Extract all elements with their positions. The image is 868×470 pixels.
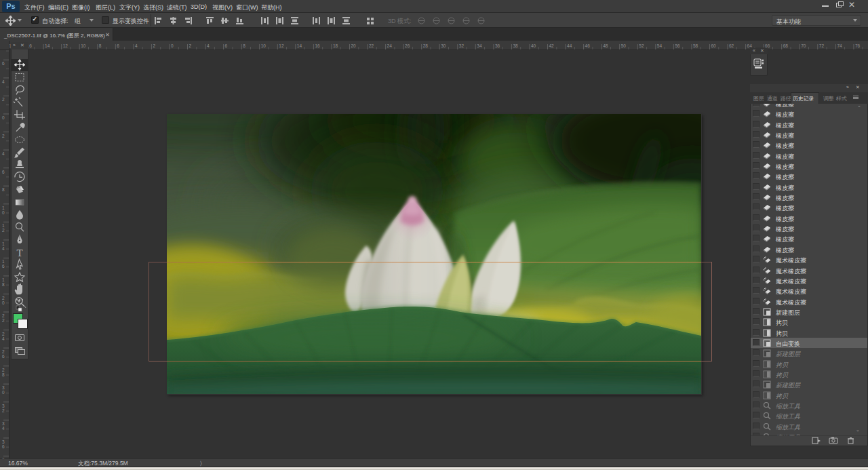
svg-text:2: 2	[2, 349, 5, 354]
svg-text:62: 62	[729, 43, 734, 48]
svg-text:0: 0	[2, 210, 5, 215]
svg-text:1: 1	[2, 241, 5, 246]
svg-text:2: 2	[2, 368, 5, 372]
svg-text:8: 8	[99, 43, 102, 48]
svg-text:44: 44	[567, 43, 572, 48]
svg-text:1: 1	[2, 205, 5, 210]
svg-text:4: 4	[2, 79, 5, 84]
svg-text:6: 6	[2, 264, 5, 269]
svg-text:4: 4	[2, 151, 5, 156]
svg-text:24: 24	[387, 43, 393, 48]
svg-text:4: 4	[135, 43, 138, 48]
svg-text:4: 4	[2, 336, 5, 341]
svg-text:3: 3	[2, 385, 5, 390]
svg-text:52: 52	[639, 43, 644, 48]
svg-text:2: 2	[153, 43, 155, 48]
svg-text:0: 0	[2, 115, 5, 120]
svg-text:8: 8	[2, 282, 5, 287]
svg-text:70: 70	[801, 43, 806, 48]
svg-text:4: 4	[2, 246, 5, 251]
svg-text:3: 3	[2, 421, 5, 426]
svg-text:1: 1	[2, 223, 5, 228]
svg-text:1: 1	[2, 259, 5, 264]
svg-text:42: 42	[549, 43, 555, 48]
svg-text:18: 18	[333, 43, 338, 48]
svg-text:6: 6	[117, 43, 119, 48]
svg-text:2: 2	[2, 97, 5, 102]
svg-text:22: 22	[369, 43, 374, 48]
svg-text:76: 76	[855, 43, 861, 48]
svg-text:38: 38	[513, 43, 518, 48]
svg-text:6: 6	[225, 43, 228, 48]
svg-text:4: 4	[2, 426, 5, 431]
svg-text:40: 40	[531, 43, 536, 48]
svg-text:12: 12	[279, 43, 284, 48]
svg-text:0: 0	[2, 390, 5, 395]
svg-text:60: 60	[711, 43, 717, 48]
svg-text:3: 3	[2, 439, 5, 444]
svg-text:1: 1	[2, 277, 5, 282]
svg-text:72: 72	[819, 43, 825, 48]
svg-text:20: 20	[351, 43, 357, 48]
svg-text:4: 4	[207, 43, 210, 48]
svg-text:28: 28	[423, 43, 429, 48]
svg-text:6: 6	[2, 354, 5, 359]
svg-text:2: 2	[2, 296, 5, 300]
svg-text:2: 2	[2, 134, 5, 138]
svg-text:0: 0	[2, 300, 5, 305]
svg-text:3: 3	[2, 404, 5, 408]
svg-text:8: 8	[243, 43, 245, 48]
svg-text:56: 56	[675, 43, 680, 48]
svg-text:2: 2	[2, 313, 5, 318]
svg-text:32: 32	[459, 43, 465, 48]
svg-text:2: 2	[2, 408, 5, 413]
svg-text:16: 16	[315, 43, 320, 48]
svg-text:2: 2	[2, 332, 5, 336]
svg-text:50: 50	[621, 43, 627, 48]
svg-text:30: 30	[441, 43, 446, 48]
svg-text:8: 8	[2, 187, 5, 192]
svg-text:14: 14	[297, 43, 302, 48]
svg-text:T: T	[16, 248, 22, 258]
svg-text:26: 26	[405, 43, 410, 48]
svg-text:36: 36	[495, 43, 500, 48]
svg-text:46: 46	[585, 43, 591, 48]
svg-text:48: 48	[603, 43, 608, 48]
svg-text:58: 58	[693, 43, 698, 48]
svg-text:6: 6	[2, 170, 5, 174]
svg-text:0: 0	[171, 43, 174, 48]
svg-text:2: 2	[2, 228, 5, 233]
svg-text:10: 10	[261, 43, 267, 48]
svg-text:12: 12	[63, 43, 68, 48]
svg-text:34: 34	[477, 43, 482, 48]
svg-text:6: 6	[2, 444, 5, 449]
svg-text:10: 10	[81, 43, 86, 48]
svg-text:2: 2	[189, 43, 192, 48]
svg-text:74: 74	[837, 43, 842, 48]
svg-text:8: 8	[2, 372, 5, 377]
svg-text:68: 68	[783, 43, 789, 48]
svg-text:14: 14	[45, 43, 50, 48]
svg-text:2: 2	[2, 318, 5, 323]
svg-text:6: 6	[2, 61, 5, 66]
svg-text:54: 54	[657, 43, 663, 48]
